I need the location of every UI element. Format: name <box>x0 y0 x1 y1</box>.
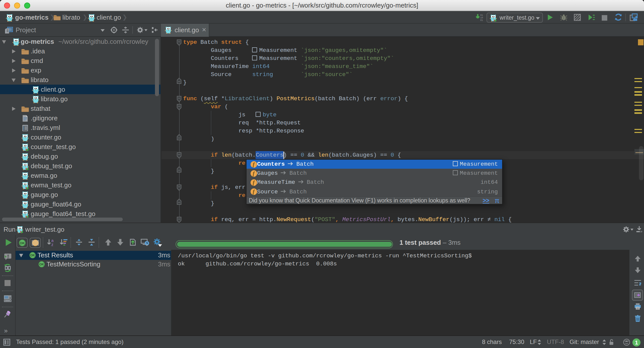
svg-text:01: 01 <box>480 19 483 22</box>
svg-text:z: z <box>51 242 53 246</box>
svg-text:a: a <box>51 238 54 243</box>
